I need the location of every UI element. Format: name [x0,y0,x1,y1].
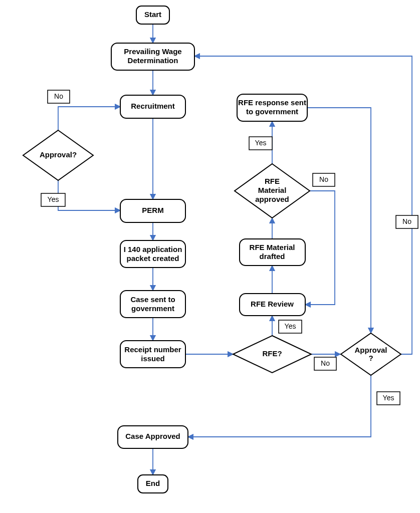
label-approval1-yes-text: Yes [48,195,59,203]
node-receipt-l2: issued [141,354,165,363]
node-rfedrafted-l2: drafted [260,252,285,261]
label-rfeappr-no-text: No [319,175,328,183]
node-case-approved-label: Case Approved [125,432,180,440]
node-rfesent-l2: to government [246,107,298,116]
node-approval2-l2: ? [368,354,373,362]
label-rfeq-yes-text: Yes [285,322,296,330]
node-receipt-l1: Receipt number [124,345,181,354]
node-pwd-l1: Prevailing Wage [124,47,181,56]
node-end-label: End [146,479,160,487]
edge-rfesent-approval2 [307,108,371,333]
node-recruitment-label: Recruitment [131,102,175,110]
label-rfeq-no-text: No [321,359,330,367]
node-casesent-l1: Case sent to [130,295,175,304]
flowchart: Start Prevailing Wage Determination Recr… [0,0,420,513]
node-start-label: Start [144,10,161,19]
edge-approval2-yes [188,375,371,437]
node-rfeappr-l3: approved [255,195,289,203]
node-rfereview-label: RFE Review [251,300,294,308]
node-i140-l2: packet created [126,254,179,263]
node-perm-label: PERM [142,206,163,214]
label-rfeappr-yes-text: Yes [255,139,267,147]
edge-approval1-no [58,107,120,130]
edge-approved-no [305,191,335,305]
label-approval1-no-text: No [54,92,63,100]
node-rfeappr-l1: RFE [265,177,280,185]
label-approval2-yes-text: Yes [383,394,394,402]
node-rfedrafted-l1: RFE Material [250,243,295,251]
node-pwd-l2: Determination [128,56,178,65]
node-rfeappr-l2: Material [258,186,287,194]
node-rfesent-l1: RFE response sent [238,98,306,107]
node-approval1-label: Approval? [40,150,77,159]
node-casesent-l2: government [131,304,174,313]
node-approval2-l1: Approval [354,346,387,354]
node-i140-l1: I 140 application [124,245,182,253]
label-approval2-no-text: No [402,217,411,225]
edge-approval1-yes [58,180,120,210]
node-rfeq-label: RFE? [262,349,282,358]
